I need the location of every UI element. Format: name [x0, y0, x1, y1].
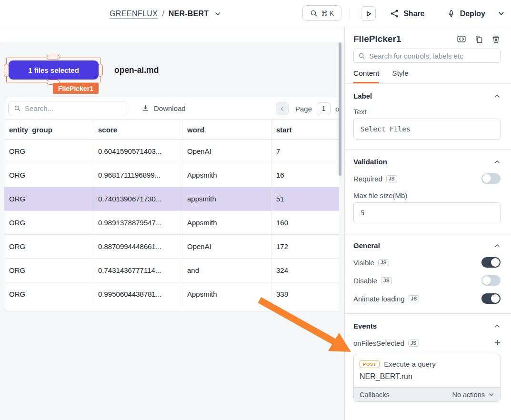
disable-toggle[interactable] [481, 275, 501, 286]
action-description: Execute a query [384, 360, 435, 368]
deploy-label: Deploy [460, 10, 485, 18]
column-header[interactable]: word [182, 120, 271, 140]
add-action-icon[interactable]: + [494, 339, 501, 347]
chevron-up-icon[interactable] [494, 159, 501, 165]
previous-page-button[interactable] [276, 102, 289, 115]
tab-style[interactable]: Style [392, 69, 408, 83]
chevron-up-icon[interactable] [494, 93, 501, 100]
table-pagination: Page of [276, 97, 339, 120]
label-text-input[interactable]: Select Files [353, 119, 501, 140]
max-file-size-label: Max file size(Mb) [353, 191, 501, 200]
cell[interactable]: ORG [4, 140, 93, 163]
column-header[interactable]: entity_group [4, 120, 93, 140]
cell[interactable]: 7 [271, 140, 339, 163]
deploy-button[interactable]: Deploy [447, 9, 485, 18]
filepicker-widget-button[interactable]: 1 files selected [9, 60, 99, 80]
canvas-scrollbar[interactable] [339, 42, 341, 176]
cell[interactable]: ORG [4, 259, 93, 282]
event-action-card[interactable]: POST Execute a query NER_BERT.run Callba… [353, 354, 501, 402]
share-icon [390, 9, 399, 18]
cell[interactable]: Appsmith [182, 211, 271, 235]
max-file-size-input[interactable]: 5 [353, 202, 501, 223]
copy-widget-icon[interactable] [474, 35, 483, 44]
chevron-up-icon[interactable] [494, 323, 501, 330]
animate-loading-toggle[interactable] [481, 293, 501, 304]
cell[interactable]: appsmith [182, 187, 271, 211]
cell[interactable]: ORG [4, 187, 93, 211]
app-name[interactable]: NER-BERT [169, 10, 209, 18]
callbacks-label: Callbacks [360, 391, 390, 399]
section-title: Label [353, 92, 372, 100]
topbar-actions: Share Deploy [350, 0, 511, 27]
run-button[interactable] [361, 6, 376, 21]
js-toggle-badge[interactable]: JS [409, 295, 420, 302]
download-label: Download [154, 104, 186, 112]
cell[interactable]: 338 [271, 282, 339, 306]
delete-widget-icon[interactable] [491, 35, 501, 44]
cell[interactable]: ORG [4, 163, 93, 187]
app-editor: GREENFLUX / NER-BERT ⌘ K Share [0, 0, 511, 420]
cell[interactable]: Appsmith [182, 282, 271, 306]
cell[interactable]: ORG [4, 282, 93, 306]
cell[interactable]: ORG [4, 211, 93, 235]
cell[interactable]: 0.7431436777114... [93, 259, 182, 282]
section-general: General Visible JS Disable JS Animate l [353, 233, 501, 313]
column-header[interactable]: score [93, 120, 182, 140]
widget-title[interactable]: FilePicker1 [353, 34, 457, 44]
widget-name-tag[interactable]: FilePicker1 [53, 83, 99, 94]
cell[interactable]: 16 [271, 163, 339, 187]
cell[interactable]: 0.9891378879547... [93, 211, 182, 235]
table-widget: Download Page of entity_group score word [4, 97, 339, 311]
action-target: NER_BERT.run [360, 372, 494, 381]
cell[interactable]: 0.8870994448661... [93, 235, 182, 259]
search-icon [14, 105, 21, 112]
page-number-input[interactable] [317, 102, 331, 115]
property-search-box[interactable] [353, 49, 501, 63]
table-search-input[interactable] [25, 104, 121, 112]
js-toggle-badge[interactable]: JS [381, 277, 392, 284]
cell[interactable]: ORG [4, 235, 93, 259]
callbacks-bar[interactable]: Callbacks No actions [354, 387, 500, 401]
page-label: Page [295, 105, 312, 113]
omnibar-search[interactable]: ⌘ K [302, 5, 341, 21]
visible-toggle[interactable] [481, 257, 501, 268]
chevron-down-icon[interactable] [214, 10, 221, 18]
chevron-left-icon [279, 106, 285, 112]
edit-code-icon[interactable] [457, 34, 466, 44]
breadcrumb: GREENFLUX / NER-BERT [110, 0, 221, 27]
cell[interactable]: 0.9681711196899... [93, 163, 182, 187]
js-toggle-badge[interactable]: JS [386, 175, 397, 182]
cell[interactable]: 51 [271, 187, 339, 211]
js-toggle-badge[interactable]: JS [408, 340, 419, 347]
chevron-up-icon[interactable] [494, 242, 501, 249]
cell[interactable]: 172 [271, 235, 339, 259]
resize-handle-top[interactable] [47, 55, 60, 60]
column-header[interactable]: start [271, 120, 339, 140]
deploy-menu-chevron-icon[interactable] [498, 10, 505, 17]
section-title: General [353, 241, 380, 250]
cell[interactable]: OpenAI [182, 140, 271, 163]
table-download-button[interactable]: Download [141, 104, 186, 112]
cell[interactable]: and [182, 259, 271, 282]
cell[interactable]: OpenAI [182, 235, 271, 259]
table-search-box[interactable] [8, 101, 127, 116]
js-toggle-badge[interactable]: JS [378, 259, 389, 266]
event-name-label: onFilesSelected [353, 339, 404, 347]
cell[interactable]: 0.6041590571403... [93, 140, 182, 163]
share-button[interactable]: Share [390, 9, 424, 18]
cell[interactable]: 324 [271, 259, 339, 282]
required-toggle[interactable] [481, 173, 501, 184]
visible-label: Visible [353, 259, 374, 267]
search-shortcut: ⌘ K [321, 10, 334, 17]
share-label: Share [403, 10, 424, 18]
disable-label: Disable [353, 277, 377, 285]
workspace-link[interactable]: GREENFLUX [110, 10, 158, 18]
tab-content[interactable]: Content [353, 69, 379, 83]
cell[interactable]: 0.7401390671730... [93, 187, 182, 211]
text-field-label: Text [353, 108, 501, 116]
cell[interactable]: 0.9950604438781... [93, 282, 182, 306]
rocket-icon [447, 9, 456, 18]
property-search-input[interactable] [369, 52, 496, 60]
cell[interactable]: 160 [271, 211, 339, 235]
cell[interactable]: Appsmith [182, 163, 271, 187]
